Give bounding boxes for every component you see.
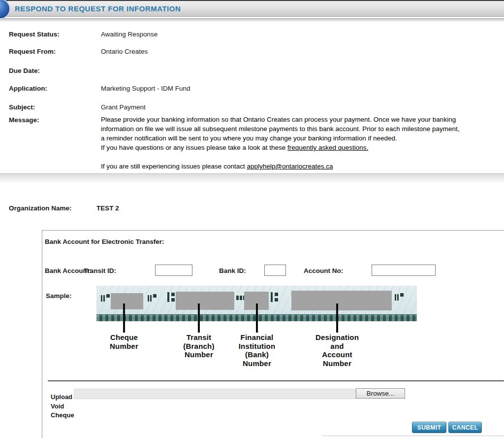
institution-number-caption: Financial Institution (Bank) Number [239, 333, 276, 368]
upload-void-cheque-label: Upload Void Cheque [51, 393, 74, 420]
pointer-line [336, 303, 338, 333]
void-cheque-filename-field[interactable] [74, 389, 356, 399]
submit-button[interactable]: SUBMIT [412, 422, 446, 433]
micr-symbol-icon [148, 294, 158, 302]
bank-id-input[interactable] [264, 265, 286, 276]
subject-label: Subject: [9, 103, 35, 111]
request-status-label: Request Status: [9, 31, 60, 38]
pointer-line [123, 303, 125, 333]
message-label: Message: [9, 116, 39, 124]
micr-symbol-icon [395, 293, 405, 301]
message-body: Please provide your banking information … [101, 115, 461, 171]
message-paragraph: Please provide your banking information … [101, 115, 461, 143]
bank-id-label: Bank ID: [219, 267, 246, 274]
request-from-value: Ontario Creates [101, 48, 148, 55]
browse-button[interactable]: Browse... [356, 388, 405, 399]
contact-prefix-text: If you are still experiencing issues ple… [101, 163, 247, 170]
transit-number-caption: Transit (Branch) Number [183, 333, 214, 359]
pointer-line [256, 303, 258, 333]
pointer-line [198, 303, 200, 333]
cancel-button[interactable]: CANCEL [448, 422, 482, 433]
sample-cheque-figure: Cheque Number Transit (Branch) Number Fi… [96, 286, 417, 374]
request-status-value: Awaiting Response [101, 31, 158, 38]
micr-symbol-icon [271, 292, 280, 303]
message-faq-line: If you have questions or any issues plea… [101, 143, 461, 152]
bank-section-title: Bank Account for Electronic Transfer: [45, 238, 164, 245]
sample-label: Sample: [46, 292, 72, 300]
header-shadow-divider [0, 18, 504, 22]
redacted-cheque-number [111, 293, 143, 309]
organization-name-value: TEST 2 [96, 204, 119, 212]
subject-value: Grant Payment [101, 103, 146, 111]
organization-name-label: Organization Name: [9, 204, 72, 212]
micr-symbol-icon [167, 292, 176, 303]
request-from-label: Request From: [9, 48, 56, 55]
contact-email-link[interactable]: applyhelp@ontariocreates.ca [247, 163, 333, 170]
micr-symbol-icon [101, 294, 111, 302]
account-no-input[interactable] [372, 265, 436, 276]
transit-id-input[interactable] [155, 265, 192, 276]
redacted-account-number [291, 291, 392, 310]
account-number-caption: Designation and Account Number [315, 333, 359, 368]
message-blank-line [101, 152, 461, 162]
bottom-divider [322, 436, 504, 436]
redacted-transit-number [176, 292, 234, 310]
transit-id-label: Transit ID: [84, 267, 116, 274]
faq-link[interactable]: frequently asked questions. [287, 144, 368, 151]
application-label: Application: [9, 85, 47, 92]
account-no-label: Account No: [304, 267, 343, 274]
application-value: Marketing Support - IDM Fund [101, 85, 190, 92]
upload-section-divider [48, 380, 504, 381]
faq-prefix-text: If you have questions or any issues plea… [101, 144, 287, 151]
due-date-label: Due Date: [9, 67, 40, 74]
message-contact-line: If you are still experiencing issues ple… [101, 162, 461, 171]
cheque-number-caption: Cheque Number [110, 333, 138, 350]
panel-bottom-divider [0, 173, 504, 184]
page-title: RESPOND TO REQUEST FOR INFORMATION [15, 4, 181, 13]
